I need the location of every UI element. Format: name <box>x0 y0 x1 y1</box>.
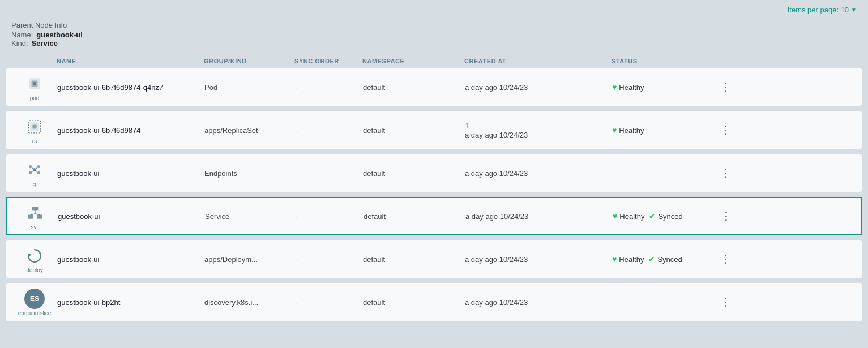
healthy-status: ♥Healthy <box>613 212 644 221</box>
col-icon <box>11 58 57 65</box>
resource-name[interactable]: guestbook-ui-6b7f6d9874-q4nz7 <box>57 83 204 92</box>
parent-info-name-row: Name: guestbook-ui <box>11 31 857 39</box>
created-at: a day ago 10/24/23 <box>465 83 612 92</box>
group-kind: Pod <box>204 83 295 92</box>
icon-cell-endpointslice: ESendpointslice <box>12 289 57 316</box>
resource-name[interactable]: guestbook-ui-bp2ht <box>57 298 204 307</box>
more-options-button[interactable]: ⋮ <box>714 122 737 139</box>
icon-cell-pod: pod <box>12 74 57 101</box>
icon-label: ep <box>31 181 37 187</box>
icon-cell-deploy: deploy <box>12 246 57 273</box>
created-ago: a day ago 10/24/23 <box>465 255 612 264</box>
icon-label: pod <box>30 95 40 101</box>
col-name: NAME <box>57 58 204 65</box>
table-row[interactable]: ESendpointsliceguestbook-ui-bp2htdiscove… <box>6 283 862 321</box>
synced-label: Synced <box>657 255 682 264</box>
created-at: 1a day ago 10/24/23 <box>465 122 612 139</box>
icon-label: deploy <box>26 267 42 273</box>
created-ago: a day ago 10/24/23 <box>465 212 613 221</box>
ellipsis-vertical-icon: ⋮ <box>721 210 732 222</box>
svg-rect-2 <box>33 82 36 85</box>
svg-rect-17 <box>37 214 42 218</box>
table-row[interactable]: podguestbook-ui-6b7f6d9874-q4nz7Pod-defa… <box>6 68 862 106</box>
table-row[interactable]: rsguestbook-ui-6b7f6d9874apps/ReplicaSet… <box>6 111 862 149</box>
es-avatar-icon: ES <box>24 289 45 309</box>
col-group-kind: GROUP/KIND <box>204 58 294 65</box>
ellipsis-vertical-icon: ⋮ <box>720 167 731 179</box>
created-ago: a day ago 10/24/23 <box>465 131 612 139</box>
sync-order: - <box>295 83 363 92</box>
svg-line-13 <box>32 170 33 172</box>
more-options-button[interactable]: ⋮ <box>714 251 737 268</box>
healthy-label: Healthy <box>619 83 644 92</box>
parent-node-info: Parent Node Info Name: guestbook-ui Kind… <box>0 19 868 54</box>
table-row[interactable]: deployguestbook-uiapps/Deploym...-defaul… <box>6 240 862 278</box>
more-options-button[interactable]: ⋮ <box>714 79 737 96</box>
heart-icon: ♥ <box>612 83 617 92</box>
table-body: podguestbook-ui-6b7f6d9874-q4nz7Pod-defa… <box>6 68 862 321</box>
col-created-at: CREATED AT <box>464 58 612 65</box>
healthy-status: ♥Healthy <box>612 83 644 92</box>
group-kind: apps/Deploym... <box>204 255 295 264</box>
created-at: a day ago 10/24/23 <box>465 169 612 178</box>
col-status: STATUS <box>612 58 713 65</box>
kind-value: Service <box>32 39 58 48</box>
ellipsis-vertical-icon: ⋮ <box>720 124 731 136</box>
healthy-label: Healthy <box>619 212 644 221</box>
replica-count: 1 <box>465 122 612 130</box>
table-row[interactable]: epguestbook-uiEndpoints-defaulta day ago… <box>6 154 862 192</box>
group-kind: discovery.k8s.i... <box>204 298 295 307</box>
svg-line-11 <box>32 167 33 169</box>
namespace: default <box>363 83 465 92</box>
resource-name[interactable]: guestbook-ui <box>57 169 204 178</box>
more-options-button[interactable]: ⋮ <box>714 294 737 311</box>
more-options-button[interactable]: ⋮ <box>715 208 737 225</box>
created-at: a day ago 10/24/23 <box>465 255 612 264</box>
synced-status: ✔Synced <box>649 212 682 221</box>
more-options-button[interactable]: ⋮ <box>714 165 737 182</box>
synced-status: ✔Synced <box>648 255 682 264</box>
parent-info-kind-row: Kind: Service <box>11 39 857 48</box>
svg-point-8 <box>29 171 32 174</box>
svg-rect-16 <box>28 214 33 218</box>
ellipsis-vertical-icon: ⋮ <box>720 81 731 93</box>
col-actions <box>713 58 736 65</box>
sync-order: - <box>295 126 363 135</box>
status-cell: ♥Healthy✔Synced <box>613 212 715 221</box>
svg-line-12 <box>36 167 37 169</box>
namespace: default <box>363 169 465 178</box>
col-sync-order: SYNC ORDER <box>294 58 362 65</box>
healthy-label: Healthy <box>619 126 644 135</box>
icon-label: svc <box>31 224 40 230</box>
group-kind: Service <box>205 212 296 221</box>
parent-info-title: Parent Node Info <box>11 21 857 29</box>
check-circle-icon: ✔ <box>648 255 655 264</box>
icon-cell-ep: ep <box>12 160 57 187</box>
name-label: Name: <box>11 31 33 39</box>
created-ago: a day ago 10/24/23 <box>465 83 612 92</box>
namespace: default <box>363 255 465 264</box>
items-per-page-selector[interactable]: Items per page: 10 ▼ <box>788 6 857 14</box>
created-at: a day ago 10/24/23 <box>465 212 613 221</box>
svg-rect-5 <box>32 124 36 128</box>
icon-label: rs <box>32 138 37 144</box>
table-row[interactable]: svcguestbook-uiService-defaulta day ago … <box>6 197 862 235</box>
healthy-status: ♥Healthy <box>612 126 644 135</box>
resource-name[interactable]: guestbook-ui <box>58 212 205 221</box>
namespace: default <box>363 126 465 135</box>
healthy-label: Healthy <box>619 255 644 264</box>
heart-icon: ♥ <box>612 126 617 135</box>
svg-point-6 <box>29 165 32 167</box>
svg-line-19 <box>31 213 35 214</box>
icon-cell-svc: svc <box>12 203 58 230</box>
name-value: guestbook-ui <box>36 31 83 39</box>
check-circle-icon: ✔ <box>649 212 656 221</box>
namespace: default <box>364 212 465 221</box>
icon-label: endpointslice <box>18 310 51 316</box>
healthy-status: ♥Healthy <box>612 255 644 264</box>
resource-name[interactable]: guestbook-ui <box>57 255 204 264</box>
svg-point-10 <box>33 168 36 171</box>
resource-name[interactable]: guestbook-ui-6b7f6d9874 <box>57 126 204 135</box>
svg-line-20 <box>35 213 40 214</box>
created-ago: a day ago 10/24/23 <box>465 169 612 178</box>
